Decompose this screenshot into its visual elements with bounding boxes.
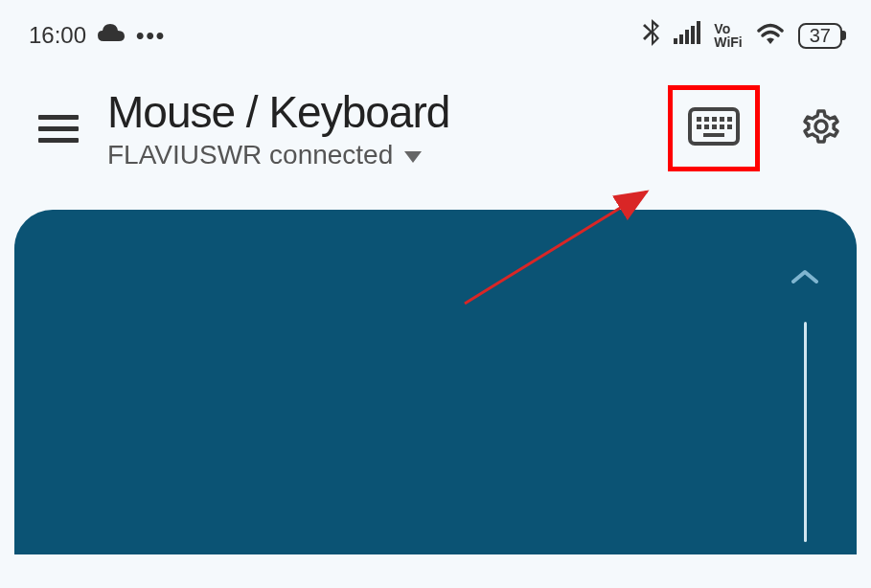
svg-rect-1: [679, 34, 683, 44]
menu-icon[interactable]: [38, 115, 79, 143]
more-icon: •••: [136, 22, 166, 49]
svg-point-17: [815, 121, 827, 132]
wifi-icon: [756, 21, 785, 50]
keyboard-icon: [688, 107, 740, 149]
connection-status: FLAVIUSWR connected: [107, 140, 393, 170]
gear-icon: [800, 134, 842, 150]
svg-rect-4: [697, 21, 700, 44]
scroll-track: [804, 322, 807, 542]
chevron-down-icon: [404, 151, 422, 163]
status-time: 16:00: [29, 22, 86, 49]
battery-indicator: 37: [798, 23, 842, 49]
svg-rect-6: [697, 117, 701, 122]
svg-rect-15: [727, 124, 732, 129]
signal-icon: [674, 21, 700, 50]
svg-rect-16: [703, 133, 724, 137]
app-header: Mouse / Keyboard FLAVIUSWR connected: [0, 61, 871, 210]
status-right: VoWiFi 37: [643, 19, 842, 52]
svg-rect-8: [712, 117, 717, 122]
scroll-indicator[interactable]: [791, 258, 818, 542]
svg-rect-12: [704, 124, 709, 129]
page-title: Mouse / Keyboard: [107, 86, 639, 138]
cloud-icon: [98, 22, 125, 49]
chevron-up-icon: [791, 258, 818, 293]
keyboard-button[interactable]: [668, 85, 760, 171]
svg-rect-0: [674, 38, 677, 44]
title-area: Mouse / Keyboard FLAVIUSWR connected: [107, 86, 639, 170]
svg-rect-7: [704, 117, 709, 122]
settings-button[interactable]: [800, 105, 842, 151]
vowifi-label: VoWiFi: [714, 22, 742, 49]
touchpad-area[interactable]: [14, 210, 857, 554]
connection-dropdown[interactable]: FLAVIUSWR connected: [107, 140, 639, 170]
svg-rect-14: [720, 124, 724, 129]
battery-level: 37: [810, 25, 831, 46]
svg-rect-11: [697, 124, 701, 129]
svg-rect-2: [685, 30, 689, 44]
svg-rect-13: [712, 124, 717, 129]
svg-rect-3: [691, 26, 695, 44]
status-bar: 16:00 ••• VoWiFi: [0, 0, 871, 61]
status-left: 16:00 •••: [29, 22, 166, 49]
svg-rect-9: [720, 117, 724, 122]
bluetooth-icon: [643, 19, 660, 52]
svg-rect-10: [727, 117, 732, 122]
